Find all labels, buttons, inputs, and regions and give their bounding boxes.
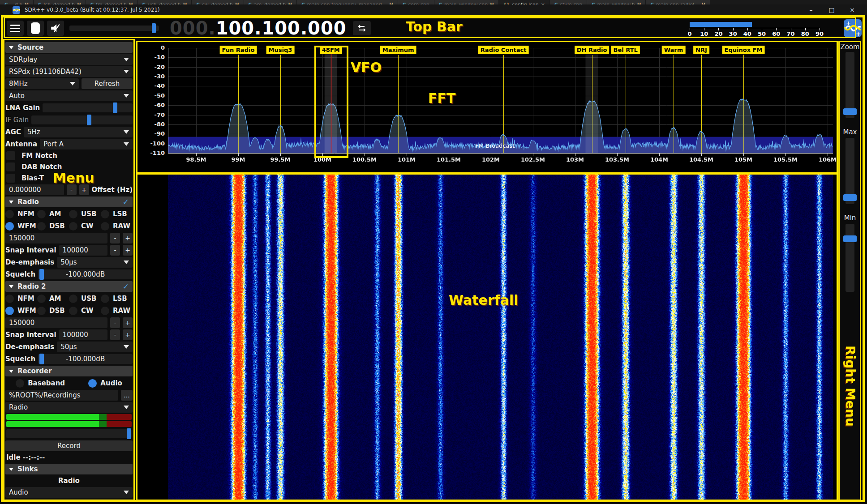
volume-slider-handle[interactable] — [152, 23, 156, 33]
squelch-handle[interactable] — [39, 354, 44, 364]
minimize-button[interactable]: – — [801, 4, 821, 15]
ide-tab[interactable]: Ccw_demod.hM — [192, 0, 244, 4]
station-label[interactable]: DH Radio — [575, 46, 609, 54]
menu-toggle-button[interactable] — [7, 21, 24, 36]
bias-t-checkbox[interactable] — [6, 174, 15, 183]
source-driver-select[interactable]: SDRplay — [5, 54, 133, 65]
radio-mode-usb[interactable]: USB — [69, 210, 101, 218]
stop-button[interactable] — [27, 21, 44, 36]
recorder-volume-slider[interactable] — [6, 429, 132, 438]
bandwidth-increment-button[interactable]: + — [123, 317, 133, 328]
radio-mode-lsb[interactable]: LSB — [101, 210, 133, 218]
squelch-handle[interactable] — [39, 269, 44, 280]
recorder-mode-audio[interactable]: Audio — [88, 379, 122, 388]
lna-gain-slider[interactable] — [43, 103, 133, 112]
bandwidth-decrement-button[interactable]: - — [110, 233, 120, 243]
sinks-section-header[interactable]: Sinks — [5, 464, 133, 474]
radio2-mode-dsb[interactable]: DSB — [37, 307, 69, 315]
refresh-button[interactable]: Refresh — [82, 78, 133, 89]
ide-tab[interactable]: {}config.json× — [499, 0, 550, 4]
ide-tab[interactable]: Cusb_demod.hM — [138, 0, 192, 4]
if-gain-handle[interactable] — [87, 115, 91, 125]
source-device-select[interactable]: RSPdx (191106DA42) — [5, 66, 133, 77]
snap-decrement-button[interactable]: - — [110, 329, 120, 340]
fft-canvas[interactable] — [168, 48, 833, 157]
recording-path-input[interactable]: %ROOT%/Recordings — [5, 390, 118, 401]
browse-button[interactable]: ... — [121, 390, 133, 401]
record-button[interactable]: Record — [5, 440, 133, 451]
dab-notch-checkbox[interactable] — [6, 162, 15, 171]
title-bar[interactable]: SDR++ v0.3.0_beta (Built at 00:12:37, Ju… — [0, 4, 867, 15]
offset-input[interactable]: 0.000000 — [5, 184, 64, 195]
mute-button[interactable] — [47, 21, 64, 36]
station-label[interactable]: NRJ — [693, 46, 709, 54]
radio2-snap-input[interactable]: 100000 — [59, 329, 107, 340]
radio-mode-cw[interactable]: CW — [69, 222, 101, 231]
zoom-slider-handle[interactable] — [843, 108, 857, 115]
zoom-slider[interactable] — [846, 52, 854, 118]
ide-tab[interactable]: C...d.hM — [0, 0, 34, 4]
min-slider-handle[interactable] — [843, 235, 857, 242]
radio-mode-raw[interactable]: RAW — [101, 222, 133, 231]
radio2-mode-wfm[interactable]: WFM — [5, 307, 37, 315]
station-label[interactable]: Fun Radio — [220, 46, 257, 54]
close-button[interactable]: × — [842, 4, 863, 15]
station-label[interactable]: Musiq3 — [266, 46, 295, 54]
station-label[interactable]: Radio Contact — [478, 46, 529, 54]
antenna-select[interactable]: Port A — [40, 139, 133, 149]
agc-rate-select[interactable]: 5Hz — [24, 127, 133, 137]
sink-type-select[interactable]: Audio — [5, 487, 133, 498]
frequency-display[interactable]: 000.100.100.000 — [170, 18, 347, 38]
snap-decrement-button[interactable]: - — [110, 245, 120, 256]
station-label[interactable]: Warm — [662, 46, 686, 54]
max-slider[interactable] — [846, 138, 854, 204]
radio2-mode-am[interactable]: AM — [37, 295, 69, 303]
ide-tab[interactable]: Cmain.cpp radio\...M — [646, 0, 710, 4]
radio-mode-wfm[interactable]: WFM — [5, 222, 37, 231]
tuning-mode-button[interactable] — [353, 21, 371, 35]
bandwidth-decrement-button[interactable]: - — [110, 317, 120, 328]
sink-device-select[interactable]: Speakers (Realtek High Definition Audio) — [5, 499, 133, 500]
samplerate-select[interactable]: 8MHz — [5, 78, 79, 89]
min-slider[interactable] — [846, 224, 854, 292]
station-label[interactable]: Equinox FM — [722, 46, 765, 54]
radio2-squelch-slider[interactable]: -100.000dB — [38, 354, 133, 364]
recorder-section-header[interactable]: Recorder — [5, 366, 133, 376]
radio2-mode-raw[interactable]: RAW — [101, 307, 133, 315]
snap-increment-button[interactable]: + — [123, 329, 133, 340]
radio2-deemphasis-select[interactable]: 50µs — [57, 342, 133, 352]
recorder-stream-select[interactable]: Radio — [5, 402, 133, 413]
radio2-mode-nfm[interactable]: NFM — [5, 295, 37, 303]
station-label[interactable]: 48FM — [320, 46, 342, 54]
agc-mode-select[interactable]: Auto — [5, 90, 133, 101]
radio2-bandwidth-input[interactable]: 150000 — [5, 317, 107, 328]
ide-tab[interactable]: Cam_demod.hM — [244, 0, 297, 4]
radio-section-header[interactable]: Radio ✓ — [5, 196, 133, 207]
recorder-volume-handle[interactable] — [127, 428, 131, 439]
ide-tab[interactable]: Cmain_window.cppM — [434, 0, 499, 4]
radio2-enabled-check-icon[interactable]: ✓ — [123, 282, 129, 291]
ide-tab[interactable]: Cfm_demod.hM — [86, 0, 138, 4]
waterfall-canvas[interactable] — [168, 175, 833, 500]
radio-bandwidth-input[interactable]: 150000 — [5, 233, 107, 243]
maximize-button[interactable]: □ — [821, 4, 842, 15]
station-label[interactable]: Maximum — [380, 46, 416, 54]
station-label[interactable]: Bel RTL — [611, 46, 640, 54]
volume-slider[interactable] — [69, 26, 159, 31]
deemphasis-select[interactable]: 50µs — [57, 257, 133, 268]
radio-mode-nfm[interactable]: NFM — [5, 210, 37, 218]
radio-mode-dsb[interactable]: DSB — [37, 222, 69, 231]
offset-decrement-button[interactable]: - — [67, 184, 77, 195]
radio2-mode-cw[interactable]: CW — [69, 307, 101, 315]
radio2-mode-lsb[interactable]: LSB — [101, 295, 133, 303]
ide-tab[interactable]: Cstyle.cpp — [550, 0, 587, 4]
snap-increment-button[interactable]: + — [123, 245, 133, 256]
radio-enabled-check-icon[interactable]: ✓ — [123, 197, 129, 206]
ide-tab[interactable]: Cmain_window.hM — [587, 0, 646, 4]
radio2-mode-usb[interactable]: USB — [69, 295, 101, 303]
if-gain-slider[interactable] — [31, 115, 133, 124]
max-slider-handle[interactable] — [843, 194, 857, 201]
recorder-mode-baseband[interactable]: Baseband — [16, 379, 65, 388]
radio-mode-am[interactable]: AM — [37, 210, 69, 218]
radio2-section-header[interactable]: Radio 2 ✓ — [5, 281, 133, 292]
